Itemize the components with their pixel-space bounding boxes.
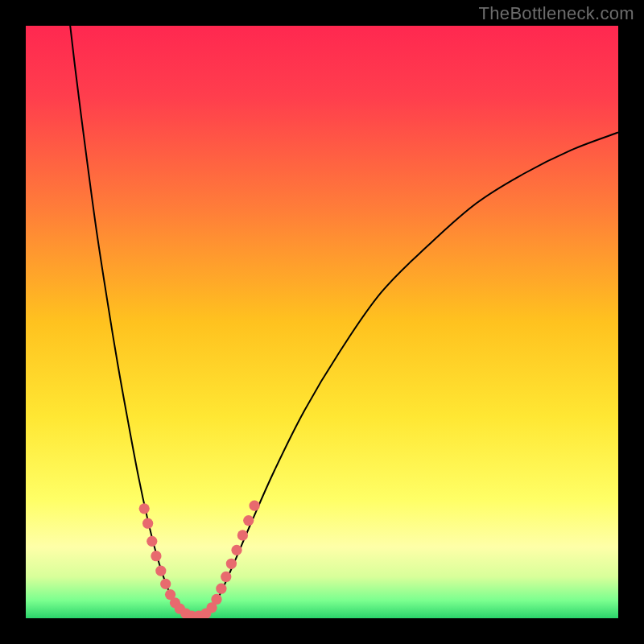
valley-dot (231, 545, 242, 555)
valley-dot (139, 503, 150, 514)
valley-dot (155, 565, 166, 576)
frame-right (618, 0, 644, 644)
valley-dot (243, 515, 254, 526)
curve-right-curve (195, 132, 618, 616)
valley-dot (211, 594, 221, 605)
plot-area (26, 26, 618, 618)
valley-dot (226, 559, 237, 569)
curve-left-curve (70, 26, 195, 617)
watermark-text: TheBottleneck.com (479, 3, 634, 24)
frame-left (0, 0, 26, 644)
valley-dot (216, 584, 226, 594)
valley-dot (147, 536, 157, 547)
valley-dot (221, 572, 231, 582)
valley-dot (151, 551, 161, 561)
valley-dot (160, 579, 171, 589)
valley-dot (142, 518, 153, 529)
curve-layer (26, 26, 618, 618)
frame-bottom (0, 618, 644, 644)
valley-dot (249, 501, 259, 511)
valley-dot (237, 530, 248, 540)
